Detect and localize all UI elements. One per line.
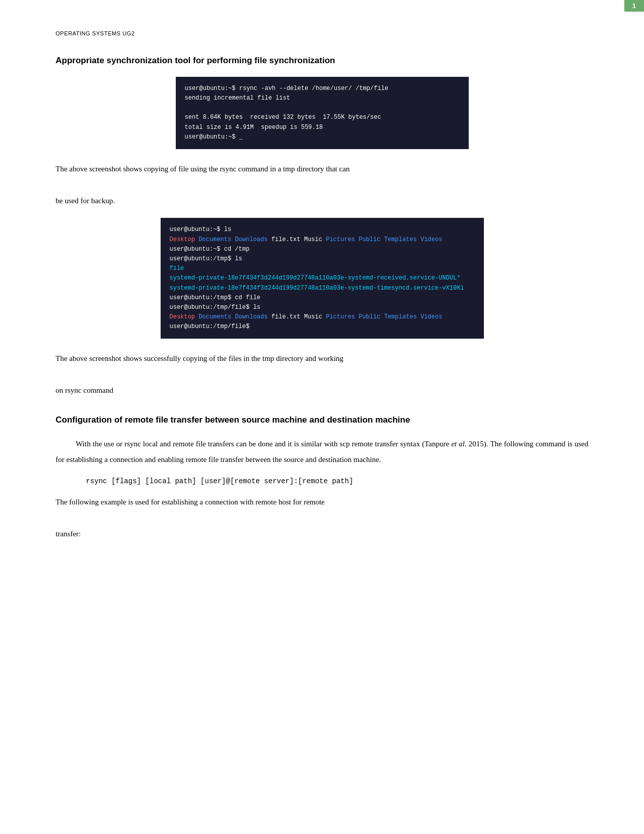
t2-line-5: file <box>170 265 184 272</box>
t2-line-2c: Downloads <box>235 236 268 243</box>
t2-line-10i: Videos <box>420 313 442 320</box>
terminal-line-3: sent 8.64K bytes received 132 bytes 17.5… <box>185 114 381 121</box>
t2-line-1: user@ubuntu:~$ ls <box>170 226 231 233</box>
t2-line-2h: Templates <box>384 236 417 243</box>
t2-line-6: systemd-private-18e7f434f3d244d199d27748… <box>170 274 461 282</box>
section2-paragraph-2: The following example is used for establ… <box>56 494 588 542</box>
terminal-block-1: user@ubuntu:~$ rsync -avh --delete /home… <box>176 77 469 149</box>
page-number: 1 <box>624 0 644 12</box>
t2-line-10g: Public <box>359 313 380 320</box>
t2-line-10d: file.txt <box>268 313 304 320</box>
t2-line-11: user@ubuntu:/tmp/file$ <box>170 323 250 330</box>
page: 1 OPERATING SYSTEMS UG2 Appropriate sync… <box>0 0 644 834</box>
t2-line-9: user@ubuntu:/tmp/file$ ls <box>170 304 261 311</box>
t2-line-2i: Videos <box>420 236 442 243</box>
t2-line-10h: Templates <box>384 313 417 320</box>
t2-line-2f: Pictures <box>326 236 355 243</box>
t2-line-10a: Desktop <box>170 313 195 320</box>
t2-line-2e: Music <box>304 236 326 243</box>
section2-paragraph-1: With the use or rsync local and remote f… <box>56 436 588 468</box>
t2-line-2: Desktop <box>170 236 195 243</box>
paragraph-1: The above screenshot shows copying of fi… <box>56 161 588 209</box>
terminal-line-5: user@ubuntu:~$ _ <box>185 133 243 141</box>
terminal-block-2: user@ubuntu:~$ ls Desktop Documents Down… <box>161 218 484 339</box>
t2-line-10e: Music <box>304 313 326 320</box>
t2-line-2b: Documents <box>199 236 231 243</box>
t2-line-7: systemd-private-18e7f434f3d244d199d27748… <box>170 285 464 292</box>
terminal-line-2: sending incremental file list <box>185 95 290 102</box>
t2-line-2g: Public <box>359 236 380 243</box>
section1-heading: Appropriate synchronization tool for per… <box>56 55 588 67</box>
rsync-command-syntax: rsync [flags] [local path] [user]@[remot… <box>86 477 588 485</box>
header-label: OPERATING SYSTEMS UG2 <box>56 30 588 36</box>
t2-line-10f: Pictures <box>326 313 355 320</box>
t2-line-3: user@ubuntu:~$ cd /tmp <box>170 246 250 253</box>
t2-line-8: user@ubuntu:/tmp$ cd file <box>170 294 261 301</box>
terminal-line-4: total size is 4.91M speedup is 559.18 <box>185 124 323 131</box>
t2-line-10b: Documents <box>199 313 231 320</box>
section2-heading: Configuration of remote file transfer be… <box>56 414 588 426</box>
paragraph-2: The above screenshot shows successfully … <box>56 351 588 399</box>
terminal-line-1: user@ubuntu:~$ rsync -avh --delete /home… <box>185 85 388 92</box>
t2-line-4: user@ubuntu:/tmp$ ls <box>170 255 242 262</box>
t2-line-10c: Downloads <box>235 313 268 320</box>
t2-line-2d: file.txt <box>268 236 304 243</box>
